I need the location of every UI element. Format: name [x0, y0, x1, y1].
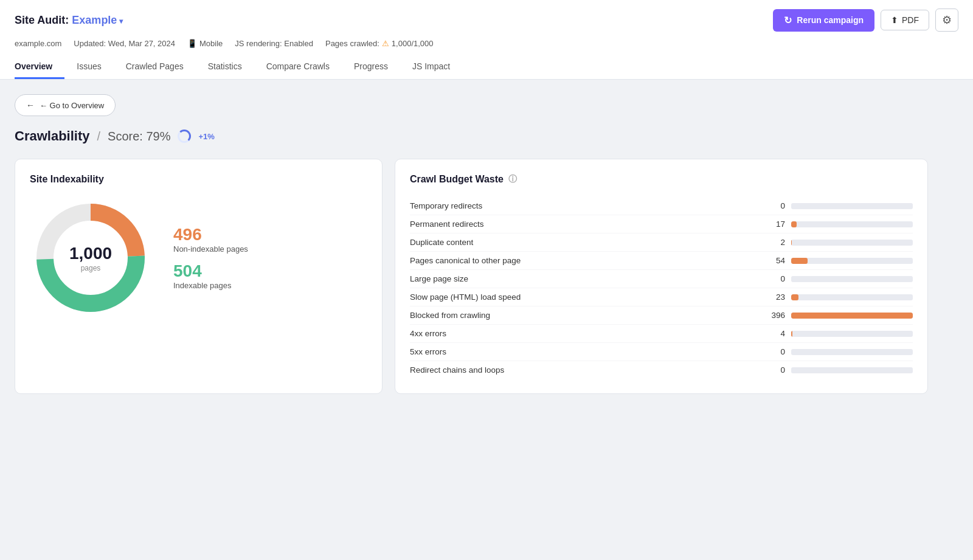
budget-count: 4 — [749, 329, 785, 338]
budget-count: 396 — [749, 311, 785, 320]
tab-crawled-pages[interactable]: Crawled Pages — [114, 55, 196, 79]
indexability-card-title: Site Indexability — [30, 174, 367, 185]
budget-label: Pages canonical to other page — [410, 256, 743, 265]
donut-section: 1,000 pages 496 Non-indexable pages 504 … — [30, 197, 367, 319]
domain-url: example.com — [15, 39, 61, 48]
budget-label: 5xx errors — [410, 347, 743, 356]
budget-bar-bg — [791, 240, 913, 246]
score-change-badge: +1% — [198, 132, 214, 141]
donut-legend: 496 Non-indexable pages 504 Indexable pa… — [173, 226, 248, 290]
header-actions: ↻ Rerun campaign ⬆ PDF ⚙ — [773, 9, 958, 32]
budget-label: 4xx errors — [410, 329, 743, 338]
updated-date: Updated: Wed, Mar 27, 2024 — [74, 39, 175, 48]
non-indexable-legend: 496 Non-indexable pages — [173, 226, 248, 254]
budget-bar-fill — [791, 221, 797, 227]
budget-row[interactable]: Blocked from crawling 396 — [410, 306, 913, 325]
crawl-budget-title: Crawl Budget Waste ⓘ — [410, 174, 913, 185]
budget-label: Duplicate content — [410, 238, 743, 247]
budget-bar-bg — [791, 331, 913, 337]
budget-count: 0 — [749, 274, 785, 283]
non-indexable-count: 496 — [173, 226, 248, 244]
budget-row[interactable]: 5xx errors 0 — [410, 343, 913, 361]
budget-row[interactable]: 4xx errors 4 — [410, 325, 913, 343]
budget-row[interactable]: Duplicate content 2 — [410, 233, 913, 252]
tab-overview[interactable]: Overview — [15, 55, 64, 79]
indexable-label: Indexable pages — [173, 281, 248, 290]
domain-value[interactable]: Example — [72, 14, 117, 26]
donut-chart: 1,000 pages — [30, 197, 151, 319]
domain-dropdown-icon[interactable]: ▾ — [119, 17, 123, 26]
tabs-nav: Overview Issues Crawled Pages Statistics… — [15, 55, 958, 79]
budget-count: 2 — [749, 238, 785, 247]
budget-bar-fill — [791, 294, 798, 300]
budget-count: 0 — [749, 365, 785, 375]
budget-bar-bg — [791, 203, 913, 209]
budget-row[interactable]: Redirect chains and loops 0 — [410, 361, 913, 379]
budget-label: Redirect chains and loops — [410, 365, 743, 375]
budget-bar-bg — [791, 258, 913, 264]
crawl-budget-card: Crawl Budget Waste ⓘ Temporary redirects… — [395, 159, 928, 394]
site-audit-label: Site Audit: — [15, 14, 69, 26]
budget-count: 23 — [749, 292, 785, 302]
donut-total: 1,000 — [69, 243, 112, 264]
budget-row[interactable]: Temporary redirects 0 — [410, 197, 913, 215]
tab-compare-crawls[interactable]: Compare Crawls — [254, 55, 342, 79]
donut-label: pages — [69, 264, 112, 272]
tab-js-impact[interactable]: JS Impact — [400, 55, 462, 79]
rerun-campaign-button[interactable]: ↻ Rerun campaign — [773, 9, 874, 32]
budget-row[interactable]: Large page size 0 — [410, 270, 913, 288]
settings-button[interactable]: ⚙ — [935, 9, 958, 32]
site-audit-title: Site Audit: Example▾ — [15, 14, 123, 27]
info-icon[interactable]: ⓘ — [508, 174, 517, 185]
budget-row[interactable]: Pages canonical to other page 54 — [410, 252, 913, 270]
budget-row[interactable]: Permanent redirects 17 — [410, 215, 913, 233]
budget-count: 17 — [749, 220, 785, 229]
budget-bar-fill — [791, 240, 792, 246]
rerun-label: Rerun campaign — [797, 15, 864, 25]
pages-crawled: Pages crawled: ⚠ 1,000/1,000 — [325, 39, 434, 48]
pdf-upload-icon: ⬆ — [891, 15, 898, 25]
pdf-button[interactable]: ⬆ PDF — [881, 10, 929, 30]
header-top: Site Audit: Example▾ ↻ Rerun campaign ⬆ … — [15, 9, 958, 39]
mobile-icon: 📱 — [187, 39, 197, 48]
budget-bar-bg — [791, 294, 913, 300]
budget-table: Temporary redirects 0 Permanent redirect… — [410, 197, 913, 379]
pdf-label: PDF — [902, 15, 919, 25]
budget-label: Blocked from crawling — [410, 311, 743, 320]
non-indexable-label: Non-indexable pages — [173, 244, 248, 254]
budget-bar-bg — [791, 349, 913, 355]
js-rendering: JS rendering: Enabled — [235, 39, 313, 48]
budget-count: 0 — [749, 347, 785, 356]
budget-label: Permanent redirects — [410, 220, 743, 229]
refresh-icon: ↻ — [784, 15, 792, 26]
back-arrow-icon: ← — [26, 100, 35, 110]
meta-info: example.com Updated: Wed, Mar 27, 2024 📱… — [15, 39, 958, 48]
budget-row[interactable]: Slow page (HTML) load speed 23 — [410, 288, 913, 306]
budget-bar-fill — [791, 313, 913, 319]
gear-icon: ⚙ — [942, 13, 952, 27]
budget-label: Slow page (HTML) load speed — [410, 292, 743, 302]
tab-progress[interactable]: Progress — [342, 55, 400, 79]
budget-bar-bg — [791, 313, 913, 319]
cards-row: Site Indexability 1,000 pages — [15, 159, 928, 394]
back-to-overview-button[interactable]: ← ← Go to Overview — [15, 94, 116, 116]
warning-icon: ⚠ — [382, 39, 389, 48]
main-content: ← ← Go to Overview Crawlability / Score:… — [0, 80, 943, 409]
budget-bar-bg — [791, 367, 913, 373]
budget-bar-fill — [791, 331, 792, 337]
tab-statistics[interactable]: Statistics — [196, 55, 254, 79]
site-indexability-card: Site Indexability 1,000 pages — [15, 159, 383, 394]
back-button-label: ← Go to Overview — [40, 101, 104, 110]
budget-bar-bg — [791, 276, 913, 282]
tab-issues[interactable]: Issues — [64, 55, 113, 79]
header-bar: Site Audit: Example▾ ↻ Rerun campaign ⬆ … — [0, 0, 973, 80]
budget-count: 0 — [749, 201, 785, 210]
budget-label: Temporary redirects — [410, 201, 743, 210]
donut-center: 1,000 pages — [69, 243, 112, 272]
device-type: 📱 Mobile — [187, 39, 223, 48]
indexable-legend: 504 Indexable pages — [173, 262, 248, 290]
indexable-count: 504 — [173, 262, 248, 281]
budget-bar-fill — [791, 258, 808, 264]
budget-label: Large page size — [410, 274, 743, 283]
budget-bar-bg — [791, 221, 913, 227]
